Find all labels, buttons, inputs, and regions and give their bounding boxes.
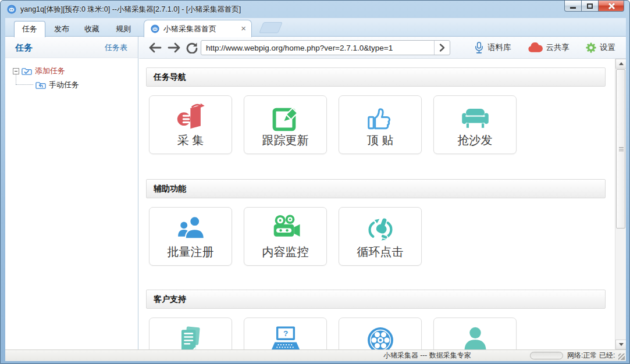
home-page-content: 任务导航 采 集 [139, 59, 626, 349]
card-collect[interactable]: 采 集 [149, 95, 232, 154]
corpus-label: 语料库 [487, 42, 511, 53]
window-title: yang1q[体验][预存:0 珠米:0] --小猪采集器[2.7.1.0] -… [20, 1, 241, 18]
tree-item-label: 手动任务 [49, 80, 79, 90]
tree-item-label: 添加任务 [35, 66, 65, 76]
back-arrow-icon [148, 42, 162, 53]
tab-strip: 任务 发布 收藏 规则 小猪采集器首页 × [5, 18, 626, 37]
maximize-button[interactable] [582, 1, 599, 12]
person-icon [460, 324, 491, 349]
scroll-up-button[interactable] [615, 59, 626, 69]
close-icon [608, 2, 615, 9]
refresh-button[interactable] [186, 42, 200, 53]
tree-item-manual-task[interactable]: 手动任务 [35, 79, 79, 91]
card-track-update[interactable]: 跟踪更新 [244, 95, 327, 154]
triangle-up-icon [619, 62, 624, 65]
minimize-button[interactable] [564, 1, 582, 12]
new-tab-button[interactable] [259, 22, 283, 33]
sidebar: 任务 任务表 添加任务 [5, 37, 138, 349]
settings-label: 设置 [600, 42, 615, 53]
task-table-link[interactable]: 任务表 [105, 37, 127, 58]
triangle-down-icon [619, 343, 624, 346]
card-help[interactable]: ? [244, 317, 327, 349]
cloud-share-label: 云共享 [546, 42, 570, 53]
status-bar: 小猪采集器 --- 数据采集专家 网络:正常 已经: [5, 349, 626, 361]
card-label: 跟踪更新 [244, 133, 326, 148]
computer-question-icon: ? [270, 324, 301, 349]
card-label: 顶 贴 [339, 133, 421, 148]
section-header-task-nav: 任务导航 [146, 67, 606, 87]
cloud-share-button[interactable]: 云共享 [528, 42, 570, 53]
loop-click-icon [365, 214, 396, 245]
card-label: 内容监控 [244, 244, 326, 260]
settings-button[interactable]: 设置 [586, 42, 615, 53]
task-tree: 添加任务 手动任务 [5, 58, 138, 174]
card-content-monitor[interactable]: 内容监控 [244, 207, 327, 266]
track-update-icon [270, 102, 301, 134]
browser-tab[interactable]: 小猪采集器首页 × [144, 20, 252, 37]
status-progress-indicator [530, 352, 563, 359]
status-slogan: 小猪采集器 --- 数据采集专家 [383, 350, 471, 361]
pig-logo-icon [151, 24, 159, 33]
card-grab-sofa[interactable]: 抢沙发 [433, 95, 517, 154]
card-bump-post[interactable]: 顶 贴 [339, 95, 422, 154]
browser-toolbar: 语料库 云共享 [139, 37, 626, 59]
folder-arrow-icon [35, 81, 46, 90]
collect-icon [175, 102, 207, 134]
tree-connector [16, 84, 33, 85]
address-bar [201, 40, 450, 55]
film-reel-icon [365, 324, 396, 349]
video-camera-icon [270, 214, 301, 245]
refresh-icon [186, 42, 198, 53]
microphone-icon [474, 41, 484, 54]
gear-icon [586, 42, 596, 53]
sidebar-title: 任务 [15, 37, 33, 58]
go-chevron-icon [439, 44, 445, 52]
svg-text:?: ? [283, 329, 287, 338]
back-button[interactable] [148, 42, 162, 53]
tab-close-icon[interactable]: × [241, 20, 246, 37]
forward-button[interactable] [167, 42, 181, 53]
go-button[interactable] [434, 41, 450, 55]
tab-tasks[interactable]: 任务 [14, 21, 45, 37]
tab-rules[interactable]: 规则 [108, 22, 139, 37]
thumbs-up-icon [365, 102, 396, 134]
vertical-scrollbar[interactable] [615, 59, 626, 349]
url-input[interactable] [201, 41, 433, 55]
toolbar-right: 语料库 云共享 [474, 37, 615, 59]
scroll-down-button[interactable] [615, 340, 626, 349]
card-videos[interactable] [339, 317, 422, 349]
titlebar: yang1q[体验][预存:0 珠米:0] --小猪采集器[2.7.1.0] -… [1, 1, 629, 18]
sofa-icon [460, 102, 491, 134]
browser-tab-title: 小猪采集器首页 [163, 20, 216, 37]
card-label: 采 集 [150, 133, 232, 148]
section-header-aux: 辅助功能 [146, 179, 606, 198]
window-controls [564, 1, 624, 12]
card-docs[interactable] [149, 317, 232, 349]
session-status: 已经: [599, 350, 615, 361]
tree-collapse-icon[interactable] [13, 68, 19, 74]
card-loop-click[interactable]: 循环点击 [339, 207, 422, 266]
card-label: 循环点击 [339, 244, 421, 260]
cloud-icon [528, 42, 543, 53]
section-header-support: 客户支持 [146, 290, 606, 309]
corpus-button[interactable]: 语料库 [474, 41, 511, 54]
client-area: 任务 发布 收藏 规则 小猪采集器首页 × 任务 任务表 [5, 18, 626, 349]
scrollbar-thumb[interactable] [616, 69, 625, 229]
card-label: 抢沙发 [434, 133, 516, 148]
card-contact[interactable] [433, 317, 517, 349]
resize-grip[interactable] [618, 354, 625, 360]
forward-arrow-icon [167, 42, 181, 53]
tree-item-add-task[interactable]: 添加任务 [13, 65, 65, 77]
close-button[interactable] [599, 1, 624, 12]
tab-publish[interactable]: 发布 [46, 22, 77, 37]
network-status: 网络:正常 [567, 350, 597, 361]
tab-favorites[interactable]: 收藏 [76, 22, 108, 37]
card-label: 批量注册 [150, 244, 232, 260]
sidebar-header: 任务 任务表 [5, 37, 138, 58]
scrollbar-grip [619, 147, 624, 152]
users-icon [175, 214, 207, 245]
minimize-icon [570, 7, 576, 9]
app-window: yang1q[体验][预存:0 珠米:0] --小猪采集器[2.7.1.0] -… [0, 0, 630, 364]
folder-check-icon [22, 67, 32, 76]
card-batch-register[interactable]: 批量注册 [149, 207, 232, 266]
